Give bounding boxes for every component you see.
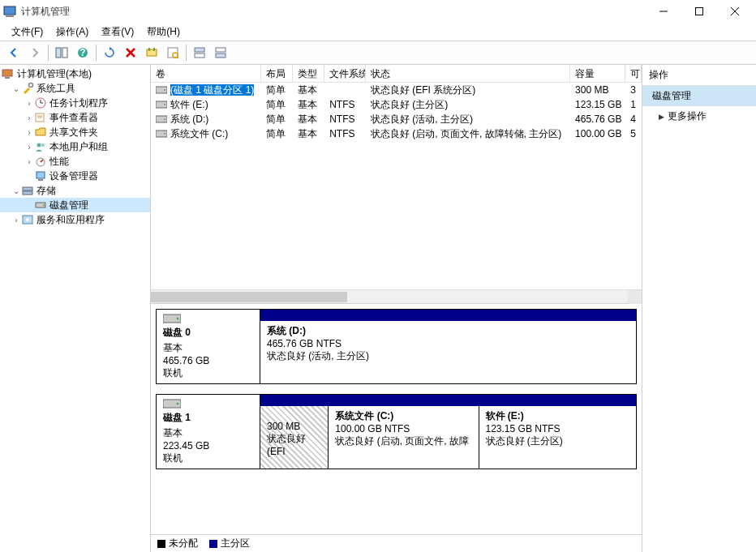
col-volume[interactable]: 卷 bbox=[151, 65, 261, 82]
partition[interactable]: 软件 (E:)123.15 GB NTFS状态良好 (主分区) bbox=[479, 406, 636, 469]
svg-point-44 bbox=[164, 104, 165, 105]
disk-icon bbox=[156, 100, 167, 109]
tree-disk-management[interactable]: 磁盘管理 bbox=[0, 198, 150, 212]
tree-system-tools[interactable]: ⌄ 系统工具 bbox=[0, 81, 150, 96]
volume-list-header: 卷 布局 类型 文件系统 状态 容量 可 bbox=[151, 65, 642, 83]
disk-graphical-view[interactable]: 磁盘 0基本465.76 GB联机系统 (D:)465.76 GB NTFS状态… bbox=[151, 304, 642, 534]
volume-row[interactable]: (磁盘 1 磁盘分区 1)简单基本状态良好 (EFI 系统分区)300 MB3 bbox=[151, 83, 642, 97]
svg-point-29 bbox=[37, 143, 41, 148]
svg-rect-19 bbox=[216, 53, 226, 58]
tree-label: 设备管理器 bbox=[49, 169, 98, 183]
rescan-button[interactable] bbox=[142, 43, 161, 62]
disk-icon bbox=[156, 85, 167, 95]
disk-block[interactable]: 磁盘 1基本223.45 GB联机 300 MB状态良好 (EFI系统文件 (C… bbox=[156, 394, 637, 469]
svg-point-22 bbox=[29, 83, 33, 88]
properties-button[interactable] bbox=[163, 43, 183, 62]
view-top-button[interactable] bbox=[190, 43, 209, 62]
volume-list-body[interactable]: (磁盘 1 磁盘分区 1)简单基本状态良好 (EFI 系统分区)300 MB3软… bbox=[151, 83, 642, 289]
svg-point-46 bbox=[164, 118, 165, 120]
disk-icon bbox=[156, 129, 167, 139]
col-type[interactable]: 类型 bbox=[293, 65, 324, 82]
svg-point-42 bbox=[164, 89, 165, 91]
svg-rect-33 bbox=[37, 172, 45, 178]
svg-rect-7 bbox=[62, 48, 67, 58]
chevron-right-icon[interactable]: › bbox=[24, 128, 34, 137]
chevron-right-icon[interactable]: › bbox=[24, 113, 34, 122]
col-filesystem[interactable]: 文件系统 bbox=[324, 65, 366, 82]
close-button[interactable] bbox=[717, 0, 753, 23]
svg-rect-1 bbox=[6, 15, 14, 17]
menu-file[interactable]: 文件(F) bbox=[5, 24, 49, 41]
svg-point-48 bbox=[164, 133, 165, 135]
chevron-down-icon[interactable]: ⌄ bbox=[11, 186, 21, 195]
col-status[interactable]: 状态 bbox=[366, 65, 570, 82]
volume-row[interactable]: 系统文件 (C:)简单基本NTFS状态良好 (启动, 页面文件, 故障转储, 主… bbox=[151, 126, 642, 141]
toolbar: ? bbox=[0, 41, 756, 65]
tree-task-scheduler[interactable]: › 任务计划程序 bbox=[0, 96, 150, 110]
svg-point-30 bbox=[41, 143, 45, 147]
tree-label: 系统工具 bbox=[37, 82, 75, 96]
svg-rect-12 bbox=[147, 49, 157, 56]
svg-point-52 bbox=[177, 403, 179, 405]
services-icon bbox=[21, 213, 34, 226]
tree-local-users[interactable]: › 本地用户和组 bbox=[0, 139, 150, 154]
volume-row[interactable]: 软件 (E:)简单基本NTFS状态良好 (主分区)123.15 GB1 bbox=[151, 97, 642, 112]
disk-label[interactable]: 磁盘 0基本465.76 GB联机 bbox=[157, 310, 260, 383]
toolbar-separator bbox=[48, 45, 49, 61]
tools-icon bbox=[21, 82, 34, 95]
svg-rect-17 bbox=[195, 53, 204, 58]
tree-performance[interactable]: › 性能 bbox=[0, 154, 150, 169]
tree-label: 本地用户和组 bbox=[49, 140, 108, 154]
folder-share-icon bbox=[34, 126, 47, 139]
toolbar-separator bbox=[186, 45, 187, 61]
partition[interactable]: 系统文件 (C:)100.00 GB NTFS状态良好 (启动, 页面文件, 故… bbox=[328, 406, 478, 469]
tree-event-viewer[interactable]: › 事件查看器 bbox=[0, 110, 150, 125]
window-title: 计算机管理 bbox=[21, 5, 646, 19]
chevron-right-icon[interactable]: › bbox=[24, 143, 34, 152]
tree-label: 性能 bbox=[49, 155, 69, 169]
disk-block[interactable]: 磁盘 0基本465.76 GB联机系统 (D:)465.76 GB NTFS状态… bbox=[156, 309, 637, 384]
chevron-down-icon[interactable]: ⌄ bbox=[11, 84, 21, 93]
forward-button[interactable] bbox=[25, 43, 45, 62]
col-free[interactable]: 可 bbox=[625, 65, 642, 82]
svg-rect-34 bbox=[38, 179, 43, 181]
volume-row[interactable]: 系统 (D:)简单基本NTFS状态良好 (活动, 主分区)465.76 GB4 bbox=[151, 112, 642, 126]
performance-icon bbox=[34, 155, 47, 168]
menu-action[interactable]: 操作(A) bbox=[49, 24, 95, 41]
partition[interactable]: 300 MB状态良好 (EFI bbox=[260, 406, 328, 469]
legend: 未分配 主分区 bbox=[151, 534, 642, 552]
toolbar-separator bbox=[96, 45, 97, 61]
svg-point-50 bbox=[177, 318, 179, 320]
disk-label[interactable]: 磁盘 1基本223.45 GB联机 bbox=[157, 395, 260, 469]
show-hide-tree-button[interactable] bbox=[52, 43, 71, 62]
menu-view[interactable]: 查看(V) bbox=[95, 24, 140, 41]
view-bottom-button[interactable] bbox=[211, 43, 230, 62]
maximize-button[interactable] bbox=[681, 0, 717, 23]
refresh-button[interactable] bbox=[100, 43, 119, 62]
back-button[interactable] bbox=[4, 43, 24, 62]
device-icon bbox=[34, 169, 47, 182]
delete-button[interactable] bbox=[121, 43, 140, 62]
menu-help[interactable]: 帮助(H) bbox=[140, 24, 187, 41]
tree-label: 磁盘管理 bbox=[49, 199, 88, 212]
tree-shared-folders[interactable]: › 共享文件夹 bbox=[0, 125, 150, 139]
tree-root[interactable]: 计算机管理(本地) bbox=[0, 66, 150, 81]
chevron-right-icon[interactable]: › bbox=[24, 99, 34, 108]
tree-storage[interactable]: ⌄ 存储 bbox=[0, 183, 150, 198]
chevron-right-icon[interactable]: › bbox=[24, 157, 34, 166]
partition[interactable]: 系统 (D:)465.76 GB NTFS状态良好 (活动, 主分区) bbox=[260, 321, 636, 383]
minimize-button[interactable] bbox=[646, 0, 681, 23]
chevron-right-icon[interactable]: › bbox=[11, 216, 21, 225]
actions-header: 操作 bbox=[642, 65, 756, 86]
clock-icon bbox=[34, 96, 47, 109]
horizontal-scrollbar[interactable] bbox=[151, 289, 642, 303]
disk-icon bbox=[156, 114, 167, 124]
actions-disk-management[interactable]: 磁盘管理 bbox=[642, 86, 756, 106]
tree-device-manager[interactable]: 设备管理器 bbox=[0, 169, 150, 183]
col-layout[interactable]: 布局 bbox=[261, 65, 293, 82]
actions-more[interactable]: ▶更多操作 bbox=[642, 106, 756, 126]
help-button[interactable]: ? bbox=[73, 43, 92, 62]
col-capacity[interactable]: 容量 bbox=[570, 65, 625, 82]
tree-services-apps[interactable]: › 服务和应用程序 bbox=[0, 212, 150, 227]
tree-panel[interactable]: 计算机管理(本地) ⌄ 系统工具 › 任务计划程序 › 事件查看器 › 共享文件… bbox=[0, 65, 151, 552]
